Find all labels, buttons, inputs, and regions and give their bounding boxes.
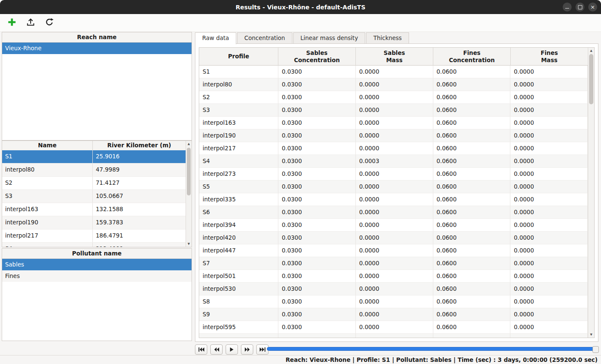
add-icon xyxy=(7,17,17,29)
fines-concentration-cell: 0.0600 xyxy=(433,91,511,104)
table-row[interactable]: interpol80 47.9989 xyxy=(2,163,186,177)
profile-cell: S6 xyxy=(199,206,278,219)
profile-cell: interpol217 xyxy=(199,142,278,155)
table-row[interactable]: S1 0.0300 0.0000 0.0600 0.0000 xyxy=(199,66,588,78)
sables-mass-cell: 0.0000 xyxy=(356,283,433,295)
table-row[interactable]: interpol190 159.3783 xyxy=(2,216,186,229)
scrollbar-thumb[interactable] xyxy=(187,148,191,195)
river-km-cell: 159.3783 xyxy=(93,216,186,229)
table-row[interactable]: interpol595 0.0300 0.0000 0.0600 0.0000 xyxy=(199,321,588,334)
reach-panel: Reach name Vieux-Rhone xyxy=(2,32,192,140)
status-bar: Reach: Vieux-Rhone | Profile: S1 | Pollu… xyxy=(0,355,601,364)
reach-panel-header: Reach name xyxy=(2,32,192,43)
scroll-down-icon[interactable]: ▼ xyxy=(588,332,594,338)
profile-cell: interpol501 xyxy=(199,270,278,283)
list-item[interactable]: Fines xyxy=(2,270,192,282)
time-slider-handle[interactable] xyxy=(592,346,599,353)
raw-data-body[interactable]: S1 0.0300 0.0000 0.0600 0.0000 interpol8… xyxy=(199,66,588,338)
list-item[interactable]: Vieux-Rhone xyxy=(2,43,192,54)
column-header-name[interactable]: Name xyxy=(2,141,93,150)
table-row[interactable]: S3 105.0667 xyxy=(2,190,186,203)
time-slider[interactable] xyxy=(267,347,595,351)
column-header-sables-mass[interactable]: Sables Mass xyxy=(356,48,433,66)
scrollbar-thumb[interactable] xyxy=(589,54,593,104)
table-row[interactable]: interpol273 0.0300 0.0000 0.0600 0.0000 xyxy=(199,168,588,181)
table-row[interactable]: interpol80 0.0300 0.0000 0.0600 0.0000 xyxy=(199,78,588,91)
step-back-icon xyxy=(214,347,219,352)
table-row[interactable]: interpol420 0.0300 0.0000 0.0600 0.0000 xyxy=(199,232,588,244)
fines-mass-cell: 0.0000 xyxy=(510,206,588,219)
scroll-up-icon[interactable]: ▲ xyxy=(588,48,594,54)
river-km-cell: 47.9989 xyxy=(93,163,186,176)
step-forward-button[interactable] xyxy=(241,344,253,355)
table-row[interactable]: interpol501 0.0300 0.0000 0.0600 0.0000 xyxy=(199,270,588,283)
profile-name-cell: S1 xyxy=(2,150,93,163)
table-row[interactable]: S2 0.0300 0.0000 0.0600 0.0000 xyxy=(199,91,588,104)
raw-data-scrollbar[interactable]: ▲ ▼ xyxy=(588,48,594,338)
sables-concentration-cell: 0.0300 xyxy=(278,257,356,270)
table-row[interactable]: interpol530 0.0300 0.0000 0.0600 0.0000 xyxy=(199,283,588,295)
play-button[interactable] xyxy=(226,344,238,355)
maximize-button[interactable] xyxy=(575,3,584,11)
refresh-button[interactable] xyxy=(43,17,55,29)
table-row[interactable]: S4 0.0300 0.0003 0.0600 0.0000 xyxy=(199,155,588,168)
table-row[interactable]: S1 25.9016 xyxy=(2,150,186,163)
skip-start-button[interactable] xyxy=(195,344,207,355)
table-row[interactable]: S6 0.0300 0.0000 0.0600 0.0000 xyxy=(199,206,588,219)
sables-mass-cell: 0.0000 xyxy=(356,168,433,181)
table-row[interactable]: interpol217 186.4791 xyxy=(2,229,186,243)
profiles-scrollbar[interactable]: ▲ ▼ xyxy=(186,141,192,247)
column-header-fines-mass[interactable]: Fines Mass xyxy=(511,48,588,66)
pollutant-list[interactable]: Sables Fines xyxy=(2,259,192,282)
minimize-icon xyxy=(565,8,569,9)
column-header-sables-concentration[interactable]: Sables Concentration xyxy=(278,48,356,66)
tab-linear-mass-density[interactable]: Linear mass density xyxy=(293,32,366,43)
table-row[interactable]: S9 0.0300 0.0000 0.0600 0.0000 xyxy=(199,308,588,321)
minimize-button[interactable] xyxy=(563,3,572,11)
table-row[interactable]: interpol217 0.0300 0.0000 0.0600 0.0000 xyxy=(199,142,588,155)
table-row[interactable]: S5 0.0300 0.0000 0.0600 0.0000 xyxy=(199,181,588,193)
pollutant-panel: Pollutant name Sables Fines xyxy=(2,248,192,341)
column-header-fines-concentration[interactable]: Fines Concentration xyxy=(433,48,511,66)
fines-mass-cell: 0.0000 xyxy=(510,244,588,257)
profile-cell: interpol190 xyxy=(199,129,278,142)
table-row[interactable]: S2 71.4127 xyxy=(2,177,186,190)
tab-raw-data[interactable]: Raw data xyxy=(195,32,236,44)
table-row[interactable]: interpol163 0.0300 0.0000 0.0600 0.0000 xyxy=(199,117,588,129)
column-header-profile[interactable]: Profile xyxy=(199,48,278,66)
list-item[interactable]: Sables xyxy=(2,259,192,270)
sables-concentration-cell: 0.0300 xyxy=(278,129,356,142)
tab-concentration[interactable]: Concentration xyxy=(237,32,292,43)
sables-concentration-cell: 0.0300 xyxy=(278,308,356,321)
table-row[interactable]: interpol335 0.0300 0.0000 0.0600 0.0000 xyxy=(199,193,588,206)
table-row[interactable]: S3 0.0300 0.0000 0.0600 0.0000 xyxy=(199,104,588,117)
fines-concentration-cell: 0.0600 xyxy=(433,181,511,193)
fines-mass-cell: 0.0000 xyxy=(510,104,588,117)
reach-list[interactable]: Vieux-Rhone xyxy=(2,43,192,54)
window-controls: × xyxy=(563,3,597,11)
fines-mass-cell: 0.0000 xyxy=(510,155,588,168)
table-row[interactable]: S8 0.0300 0.0000 0.0600 0.0000 xyxy=(199,295,588,308)
add-button[interactable] xyxy=(6,17,18,29)
profile-cell: S1 xyxy=(199,66,278,78)
sables-concentration-cell: 0.0300 xyxy=(278,91,356,104)
fines-mass-cell: 0.0000 xyxy=(510,168,588,181)
table-row[interactable]: S10 0.0300 0.0000 0.0600 0.0000 xyxy=(199,334,588,338)
close-button[interactable]: × xyxy=(588,3,597,11)
table-row[interactable]: S4 213.4089 xyxy=(2,243,186,247)
export-button[interactable] xyxy=(25,17,37,29)
sables-concentration-cell: 0.0300 xyxy=(278,117,356,129)
step-back-button[interactable] xyxy=(210,344,223,355)
export-icon xyxy=(26,17,35,28)
profiles-body[interactable]: S1 25.9016 interpol80 47.9989 S2 71.4127… xyxy=(2,150,186,247)
table-row[interactable]: interpol394 0.0300 0.0000 0.0600 0.0000 xyxy=(199,219,588,232)
scroll-down-icon[interactable]: ▼ xyxy=(186,241,192,247)
column-header-river-km[interactable]: River Kilometer (m) xyxy=(93,141,186,150)
table-row[interactable]: interpol163 132.1588 xyxy=(2,203,186,216)
table-row[interactable]: interpol190 0.0300 0.0000 0.0600 0.0000 xyxy=(199,129,588,142)
tab-thickness[interactable]: Thickness xyxy=(366,32,409,43)
table-row[interactable]: interpol447 0.0300 0.0000 0.0600 0.0000 xyxy=(199,244,588,257)
table-row[interactable]: S7 0.0300 0.0000 0.0600 0.0000 xyxy=(199,257,588,270)
scroll-up-icon[interactable]: ▲ xyxy=(186,141,192,147)
fines-concentration-cell: 0.0600 xyxy=(433,168,511,181)
